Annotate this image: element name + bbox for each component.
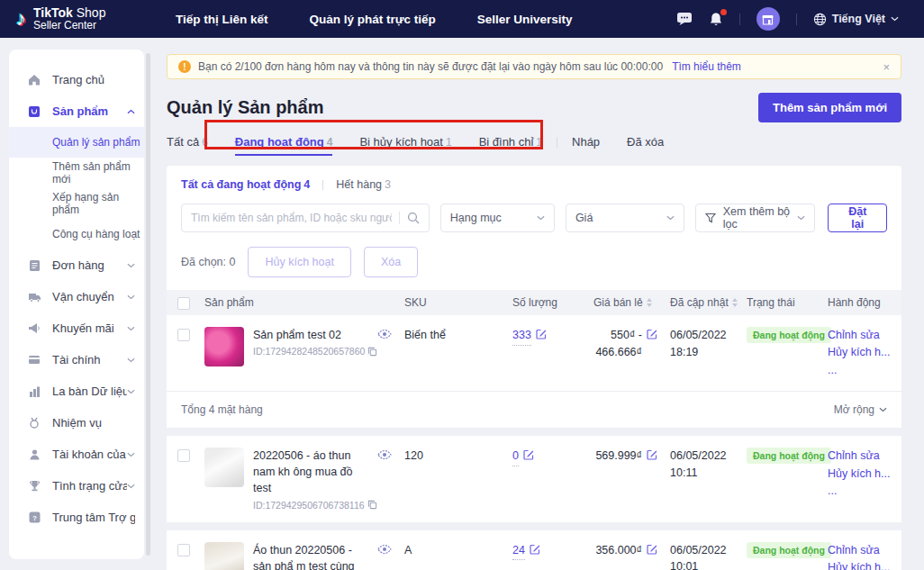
sort-icon[interactable] (647, 298, 652, 307)
expand-toggle[interactable]: Mở rộng (834, 403, 887, 416)
row-checkbox[interactable] (177, 544, 190, 556)
edit-action[interactable]: Chỉnh sửa (828, 542, 892, 559)
logo-subtitle: Seller Center (33, 20, 105, 32)
subtab-all-active[interactable]: Tất cả đang hoạt động4 (181, 178, 310, 191)
sidebar-item-data-compass[interactable]: La bàn Dữ liệu (9, 375, 144, 407)
product-id: ID:1729429506706738116 (253, 500, 365, 511)
sidebar-item-product-rating[interactable]: Xếp hạng sản phẩm (9, 188, 144, 219)
sidebar-item-finance[interactable]: Tài chính (9, 344, 144, 375)
product-image[interactable] (204, 542, 244, 570)
main-content: ! Bạn có 2/100 đơn hàng hôm nay và thông… (167, 38, 901, 570)
delete-button[interactable]: Xóa (364, 247, 418, 277)
preview-eye-icon[interactable] (377, 544, 404, 557)
deactivate-action[interactable]: Hủy kích h... (828, 466, 892, 483)
select-all-checkbox[interactable] (177, 297, 190, 310)
edit-icon[interactable] (647, 449, 657, 460)
sidebar-item-orders[interactable]: Đơn hàng (9, 249, 144, 281)
tiktok-shop-logo[interactable]: ♪ TikTok Shop Seller Center (0, 5, 149, 32)
sidebar-item-bulk-tools[interactable]: Công cụ hàng loạt (9, 219, 144, 249)
edit-action[interactable]: Chỉnh sửa (828, 448, 892, 465)
tiktok-note-icon: ♪ (16, 9, 26, 29)
nav-link-live[interactable]: Quản lý phát trực tiếp (310, 13, 436, 26)
sidebar-scrollbar[interactable] (146, 53, 150, 556)
chevron-down-icon (127, 357, 135, 363)
edit-icon[interactable] (523, 449, 534, 460)
search-input[interactable] (191, 212, 392, 224)
quantity-value[interactable]: 333 (512, 327, 531, 346)
language-selector[interactable]: Tiếng Việt (813, 13, 899, 26)
row-checkbox[interactable] (177, 449, 190, 462)
banner-close-icon[interactable]: × (883, 60, 890, 74)
search-icon[interactable] (407, 212, 420, 224)
status-badge: Đang hoạt động (747, 448, 831, 464)
price-dropdown[interactable]: Giá (566, 204, 684, 232)
tab-draft[interactable]: Nháp (572, 135, 600, 156)
product-name[interactable]: Sản phẩm test 02 (253, 327, 370, 343)
sidebar-item-manage-products[interactable]: Quản lý sản phẩm (9, 127, 144, 158)
chevron-down-icon (127, 484, 135, 489)
edit-icon[interactable] (647, 544, 657, 555)
copy-icon[interactable] (367, 500, 377, 510)
tab-deleted[interactable]: Đã xóa (627, 135, 664, 156)
header-product: Sản phẩm (204, 296, 377, 309)
chat-icon[interactable] (676, 12, 693, 26)
deactivate-button[interactable]: Hủy kích hoạt (248, 247, 350, 277)
tab-suspended[interactable]: Bị đình chỉ1 (479, 135, 542, 156)
product-name[interactable]: Áo thun 20220506 - sản phẩ m test cùng b… (253, 542, 370, 570)
product-image[interactable] (204, 327, 244, 366)
logo-title-bold: TikTok (33, 5, 73, 20)
navbar-divider (739, 14, 740, 25)
sidebar-item-missions[interactable]: Nhiệm vụ (9, 407, 144, 439)
sku-value: Biến thể (404, 327, 512, 344)
tab-active[interactable]: Đang hoạt động4 (235, 135, 333, 156)
chevron-down-icon (666, 215, 675, 221)
price-value: 356.000₫ (595, 542, 642, 559)
more-filters-dropdown[interactable]: Xem thêm bộ lọc (695, 204, 816, 232)
sidebar-item-help-center[interactable]: ? Trung tâm Trợ giúp (9, 502, 144, 533)
sidebar-item-shop-health[interactable]: Tình trạng cửa h... (9, 470, 144, 502)
sidebar-item-add-product[interactable]: Thêm sản phẩm mới (9, 158, 144, 188)
more-actions[interactable]: ... (828, 483, 892, 500)
edit-icon[interactable] (536, 329, 547, 339)
medal-icon (27, 417, 41, 429)
store-avatar[interactable] (756, 7, 780, 31)
tab-all[interactable]: Tất cả6 (167, 135, 208, 156)
copy-icon[interactable] (367, 347, 377, 357)
deactivate-action[interactable]: Hủy kích h... (828, 344, 892, 361)
sidebar-item-shipping[interactable]: Vận chuyển (9, 281, 144, 312)
updated-value: 06/05/202210:11 (670, 448, 747, 482)
header-updated[interactable]: Đã cập nhật (670, 296, 747, 309)
header-retail-price[interactable]: Giá bán lẻ (593, 296, 670, 309)
more-actions[interactable]: ... (828, 362, 892, 379)
preview-eye-icon[interactable] (377, 329, 404, 342)
preview-eye-icon[interactable] (377, 449, 404, 463)
edit-icon[interactable] (530, 544, 540, 555)
product-name[interactable]: 20220506 - áo thun nam kh ông mua đồ tes… (253, 448, 370, 496)
chevron-down-icon (127, 326, 135, 331)
quantity-value[interactable]: 0 (512, 448, 519, 466)
top-navbar: ♪ TikTok Shop Seller Center Tiếp thị Liê… (0, 0, 924, 38)
quantity-value[interactable]: 24 (512, 542, 525, 561)
sidebar-item-promotions[interactable]: Khuyến mãi (9, 312, 144, 344)
sidebar-item-my-account[interactable]: Tài khoản của tôi (9, 439, 144, 470)
reset-button[interactable]: Đặt lại (828, 204, 887, 232)
subtab-divider (322, 180, 323, 190)
category-dropdown[interactable]: Hạng mục (440, 204, 555, 232)
edit-icon[interactable] (647, 329, 657, 339)
notification-bell-icon[interactable] (709, 12, 723, 27)
subtab-out-of-stock[interactable]: Hết hàng3 (336, 178, 391, 191)
row-checkbox[interactable] (177, 329, 190, 341)
tab-deactivated[interactable]: Bị hủy kích hoạt1 (359, 135, 451, 156)
nav-link-seller-university[interactable]: Seller University (477, 13, 573, 26)
product-image[interactable] (204, 448, 244, 487)
sort-icon[interactable] (732, 298, 738, 307)
sidebar-item-products[interactable]: Sản phẩm (9, 95, 144, 127)
deactivate-action[interactable]: Hủy kích h... (828, 559, 892, 570)
sidebar-item-home[interactable]: Trang chủ (9, 64, 144, 95)
navbar-links: Tiếp thị Liên kết Quản lý phát trực tiếp… (176, 13, 573, 26)
add-product-button[interactable]: Thêm sản phẩm mới (758, 93, 901, 122)
nav-link-affiliate[interactable]: Tiếp thị Liên kết (176, 13, 268, 26)
learn-more-link[interactable]: Tìm hiểu thêm (672, 60, 741, 73)
edit-action[interactable]: Chỉnh sửa (828, 327, 892, 344)
sub-tabs: Tất cả đang hoạt động4 Hết hàng3 (181, 178, 887, 191)
